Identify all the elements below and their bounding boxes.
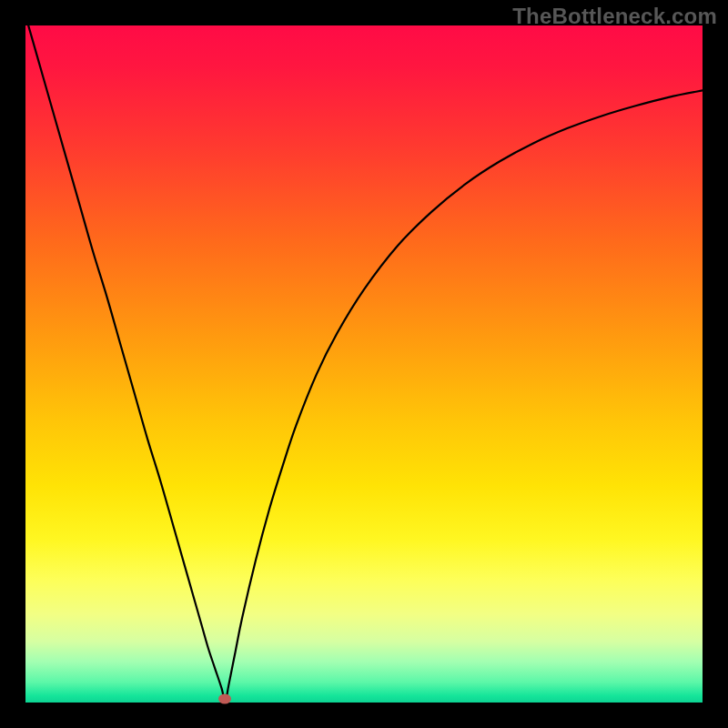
- chart-frame: TheBottleneck.com: [0, 0, 728, 728]
- curve-svg: [25, 25, 703, 703]
- plot-area: [25, 25, 703, 703]
- minimum-marker: [218, 694, 231, 704]
- bottleneck-curve: [25, 25, 703, 703]
